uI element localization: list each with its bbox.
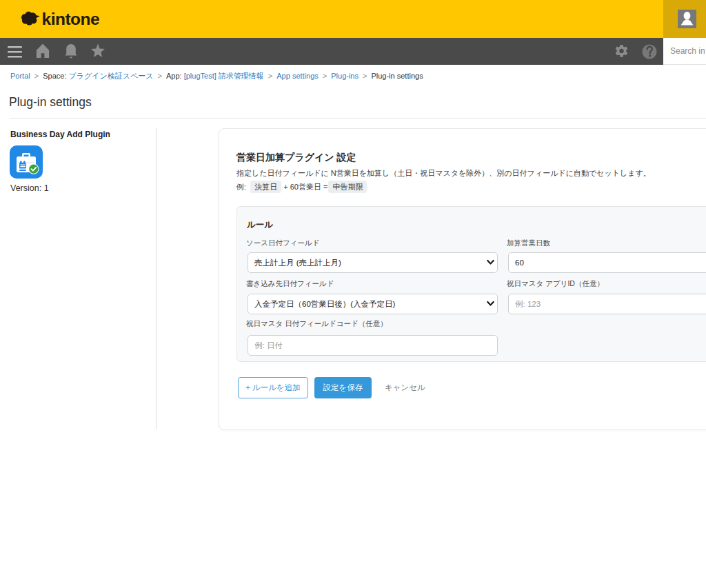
- svg-text:kintone: kintone: [42, 11, 100, 28]
